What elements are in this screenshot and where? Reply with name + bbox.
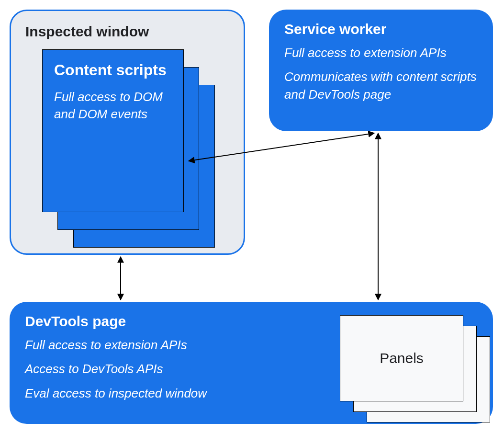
service-worker-desc-2: Communicates with content scripts and De… <box>284 68 479 103</box>
panels-card-front: Panels <box>340 315 463 401</box>
diagram-stage: Inspected window Content scripts Full ac… <box>0 0 504 433</box>
service-worker-desc-1: Full access to extension APIs <box>284 44 479 61</box>
inspected-window-title: Inspected window <box>25 23 229 40</box>
content-scripts-card-front: Content scripts Full access to DOM and D… <box>42 49 184 212</box>
service-worker-title: Service worker <box>284 21 479 37</box>
content-scripts-desc: Full access to DOM and DOM events <box>54 88 172 123</box>
service-worker-box: Service worker Full access to extension … <box>269 10 493 131</box>
content-scripts-title: Content scripts <box>54 60 172 80</box>
panels-label: Panels <box>380 350 424 366</box>
